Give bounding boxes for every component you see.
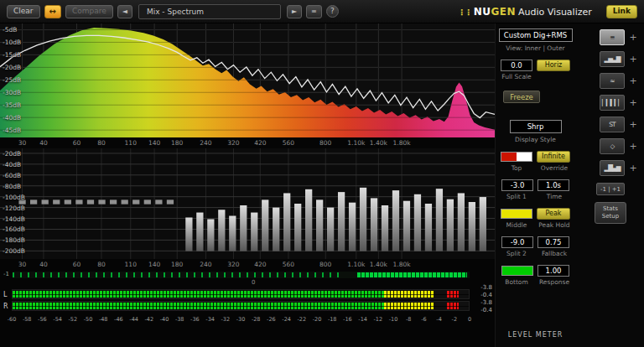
add-combined-view-button[interactable]: + xyxy=(628,33,638,42)
freq-label: 60 xyxy=(73,261,81,268)
histogram-view-button[interactable]: ▂▅▃▇ xyxy=(600,51,625,67)
control-panel: Custom Dig+RMS View: Inner | Outer 0.0 H… xyxy=(495,23,575,347)
vectorscope-view-button[interactable]: ◇ xyxy=(600,138,625,154)
time-label: Time xyxy=(538,193,571,200)
histogram-bar xyxy=(132,199,139,204)
meter-scale-label: -48 xyxy=(99,316,108,323)
time-value-field[interactable]: 1.0s xyxy=(538,179,569,191)
add-waveform-view-button[interactable]: + xyxy=(628,76,638,85)
help-button[interactable]: ? xyxy=(326,5,339,18)
freq-label: 1.40k xyxy=(370,261,387,268)
histogram-bar xyxy=(305,189,312,251)
db-label: -10dB xyxy=(3,39,21,46)
histogram-bar xyxy=(469,202,475,251)
histogram-bar xyxy=(144,199,151,204)
meter-scale-label: -44 xyxy=(129,316,138,323)
meter-view-button[interactable]: ▂█▄▆ xyxy=(600,160,625,176)
freq-label: 40 xyxy=(39,139,48,147)
freeze-button[interactable]: Freeze xyxy=(503,91,540,103)
split1-value-field[interactable]: -3.0 xyxy=(501,179,533,191)
spectrogram-view-button[interactable]: ▏▎▍▎▏ xyxy=(600,95,625,111)
split2-value-field[interactable]: -9.0 xyxy=(501,236,533,248)
fallback-value-field[interactable]: 0.75 xyxy=(538,236,569,248)
freq-label: 180 xyxy=(171,139,183,147)
preset-menu-button[interactable]: ≡ xyxy=(306,5,322,18)
meter-scale-label: -32 xyxy=(221,316,230,323)
left-level-meter xyxy=(12,289,470,299)
add-vectorscope-view-button[interactable]: + xyxy=(628,142,638,151)
histogram-bar xyxy=(30,199,37,204)
meter-value: -0.4 xyxy=(480,307,492,314)
meter-scale-label: -22 xyxy=(297,316,306,323)
meter-scale-label: 0 xyxy=(468,316,471,323)
display-style-dropdown[interactable]: Shrp xyxy=(510,120,562,133)
bottom-color-swatch[interactable] xyxy=(501,266,533,276)
freq-label: 1.10k xyxy=(347,261,365,268)
histogram-bar xyxy=(327,208,334,251)
histogram-bar xyxy=(480,197,486,251)
mode-row: ▂▅▃▇+ xyxy=(600,51,638,67)
meter-type-value: Custom Dig+RMS xyxy=(504,31,567,39)
add-stereo-view-button[interactable]: + xyxy=(628,120,638,129)
histogram-bar xyxy=(167,199,174,204)
add-meter-view-button[interactable]: + xyxy=(628,163,638,173)
db-label: -80dB xyxy=(3,182,21,189)
meter-scale-label: -60 xyxy=(8,316,17,323)
combined-view-button[interactable]: ≡ xyxy=(600,29,625,45)
add-histogram-view-button[interactable]: + xyxy=(628,54,638,64)
meter-scale-label: -26 xyxy=(267,316,276,323)
nugen-visualizer-window: Clear ↔ Compare ◄ Mix - Spectrum ► ≡ ? ⋮… xyxy=(0,0,644,347)
db-label: -20dB xyxy=(3,149,21,157)
stats-setup-button[interactable]: Stats Setup xyxy=(595,202,626,224)
meter-scale-label: -46 xyxy=(114,316,123,323)
meter-readouts: -3.8-0.4-3.8-0.4 xyxy=(480,284,492,314)
override-infinite-button[interactable]: Infinite xyxy=(537,151,570,163)
meter-range-button[interactable]: -1 | +1 xyxy=(596,183,625,195)
scale-value-field[interactable]: 0.0 xyxy=(501,60,532,71)
top-color-swatch[interactable] xyxy=(501,152,532,162)
peak-hold-button[interactable]: Peak xyxy=(537,208,570,220)
middle-color-swatch[interactable] xyxy=(501,209,532,219)
db-label: -20dB xyxy=(3,64,21,71)
histogram-bar xyxy=(185,218,192,251)
meter-scale: -60-58-56-54-52-50-48-46-44-42-40-38-36-… xyxy=(12,316,470,324)
db-label: -40dB xyxy=(3,160,21,168)
menu-icon: ≡ xyxy=(311,8,317,15)
histogram-bar xyxy=(240,205,247,251)
swap-ab-button[interactable]: ↔ xyxy=(44,5,61,18)
preset-selector[interactable]: Mix - Spectrum xyxy=(138,4,281,19)
waveform-view-button[interactable]: ≈ xyxy=(600,73,625,89)
horiz-toggle-button[interactable]: Horiz xyxy=(537,60,570,71)
meter-type-dropdown[interactable]: Custom Dig+RMS xyxy=(499,28,573,42)
histogram-bar xyxy=(283,193,290,251)
db-label: -40dB xyxy=(3,114,21,122)
frequency-scale-top: 304060801101401802403204205608001.10k1.4… xyxy=(0,137,495,148)
histogram-bar xyxy=(155,199,162,204)
db-label: -45dB xyxy=(3,127,21,134)
histogram-display: -20dB-40dB-60dB-80dB-100dB-120dB-140dB-1… xyxy=(0,148,495,259)
histogram-bar xyxy=(42,199,49,204)
response-value-field[interactable]: 1.00 xyxy=(538,265,569,277)
left-arrow-icon: ◄ xyxy=(122,8,127,15)
brand-product: Audio Visualizer xyxy=(518,7,592,18)
next-preset-button[interactable]: ► xyxy=(287,5,302,18)
freq-label: 180 xyxy=(171,261,183,268)
mode-row: ▂█▄▆+ xyxy=(600,160,638,176)
left-channel-label: L xyxy=(3,291,7,298)
freq-label: 800 xyxy=(319,139,331,147)
stereo-view-button[interactable]: ST xyxy=(600,117,625,132)
meter-scale-label: -24 xyxy=(282,316,291,323)
meter-value: -3.8 xyxy=(480,284,492,292)
mode-row: ▏▎▍▎▏+ xyxy=(600,95,638,111)
db-label: -160dB xyxy=(3,225,25,233)
link-button[interactable]: Link xyxy=(606,5,637,18)
meter-scale-label: -10 xyxy=(389,316,398,323)
db-label: -30dB xyxy=(3,89,21,96)
histogram-bar xyxy=(447,199,454,251)
clear-button[interactable]: Clear xyxy=(7,5,40,18)
previous-preset-button[interactable]: ◄ xyxy=(117,5,132,18)
meter-scale-label: -58 xyxy=(23,316,32,323)
brand-gen: GEN xyxy=(491,6,516,18)
compare-button[interactable]: Compare xyxy=(65,5,113,18)
add-spectrogram-view-button[interactable]: + xyxy=(628,98,638,107)
